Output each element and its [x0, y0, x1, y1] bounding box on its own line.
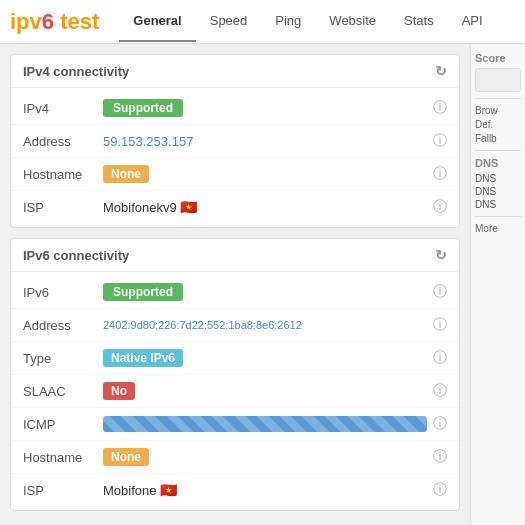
- ipv6-row-hostname: Hostname None ⓘ: [11, 441, 459, 474]
- main-layout: IPv4 connectivity ↻ IPv4 Supported ⓘ Add…: [0, 44, 525, 525]
- right-browser-label: Brow: [475, 105, 521, 116]
- ipv4-label-ipv4: IPv4: [23, 101, 103, 116]
- tab-api[interactable]: API: [448, 1, 497, 42]
- ipv4-refresh-icon[interactable]: ↻: [435, 63, 447, 79]
- ipv4-address-link[interactable]: 59.153.253.157: [103, 134, 193, 149]
- tab-general[interactable]: General: [119, 1, 195, 42]
- ipv6-value-isp: Mobifone 🇻🇳: [103, 482, 427, 498]
- ipv4-panel: IPv4 connectivity ↻ IPv4 Supported ⓘ Add…: [10, 54, 460, 228]
- right-dns-label: DNS: [475, 157, 521, 169]
- right-panel: Score Brow Def. Fallb DNS DNS DNS DNS Mo…: [470, 44, 525, 525]
- ipv4-info-icon-3[interactable]: ⓘ: [433, 198, 447, 216]
- ipv6-row-type: Type Native IPv6 ⓘ: [11, 342, 459, 375]
- right-dns-item-2: DNS: [475, 199, 521, 210]
- right-divider-3: [475, 216, 521, 217]
- ipv6-label-type: Type: [23, 351, 103, 366]
- ipv4-panel-title: IPv4 connectivity: [23, 64, 129, 79]
- ipv4-row-address: Address 59.153.253.157 ⓘ: [11, 125, 459, 158]
- ipv6-label-icmp: ICMP: [23, 417, 103, 432]
- right-fallback-label: Fallb: [475, 133, 521, 144]
- ipv6-info-icon-0[interactable]: ⓘ: [433, 283, 447, 301]
- ipv6-panel-header: IPv6 connectivity ↻: [11, 239, 459, 272]
- right-divider-1: [475, 98, 521, 99]
- ipv6-badge-native: Native IPv6: [103, 349, 183, 367]
- ipv4-value-address: 59.153.253.157: [103, 134, 427, 149]
- ipv6-value-hostname: None: [103, 448, 427, 466]
- ipv4-label-address: Address: [23, 134, 103, 149]
- ipv4-row-ipv4: IPv4 Supported ⓘ: [11, 92, 459, 125]
- right-more-label: More: [475, 223, 521, 234]
- tab-speed[interactable]: Speed: [196, 1, 262, 42]
- ipv6-panel-body: IPv6 Supported ⓘ Address 2402:9d80:226:7…: [11, 272, 459, 510]
- ipv4-info-icon-1[interactable]: ⓘ: [433, 132, 447, 150]
- ipv4-value-isp: Mobifonekv9 🇻🇳: [103, 199, 427, 215]
- logo-ipv: ipv: [10, 9, 42, 34]
- ipv6-info-icon-2[interactable]: ⓘ: [433, 349, 447, 367]
- ipv4-isp-text: Mobifonekv9: [103, 200, 177, 215]
- ipv6-isp-text: Mobifone: [103, 483, 156, 498]
- ipv4-info-icon-0[interactable]: ⓘ: [433, 99, 447, 117]
- ipv6-value-type: Native IPv6: [103, 349, 427, 367]
- ipv6-row-isp: ISP Mobifone 🇻🇳 ⓘ: [11, 474, 459, 506]
- ipv4-row-isp: ISP Mobifonekv9 🇻🇳 ⓘ: [11, 191, 459, 223]
- ipv6-badge-supported: Supported: [103, 283, 183, 301]
- ipv4-value-ipv4: Supported: [103, 99, 427, 117]
- ipv6-label-ipv6: IPv6: [23, 285, 103, 300]
- ipv6-label-address: Address: [23, 318, 103, 333]
- ipv6-row-ipv6: IPv6 Supported ⓘ: [11, 276, 459, 309]
- header: ipv6 test General Speed Ping Website Sta…: [0, 0, 525, 44]
- ipv6-row-slaac: SLAAC No ⓘ: [11, 375, 459, 408]
- tab-ping[interactable]: Ping: [261, 1, 315, 42]
- ipv4-isp-flag: 🇻🇳: [180, 199, 197, 215]
- right-dns-item-1: DNS: [475, 186, 521, 197]
- ipv6-info-icon-5[interactable]: ⓘ: [433, 448, 447, 466]
- logo: ipv6 test: [10, 9, 99, 35]
- icmp-progress-bar: [103, 416, 427, 432]
- ipv4-label-isp: ISP: [23, 200, 103, 215]
- tab-stats[interactable]: Stats: [390, 1, 448, 42]
- ipv4-info-icon-2[interactable]: ⓘ: [433, 165, 447, 183]
- ipv6-label-hostname: Hostname: [23, 450, 103, 465]
- ipv6-info-icon-4[interactable]: ⓘ: [433, 415, 447, 433]
- ipv6-label-isp: ISP: [23, 483, 103, 498]
- ipv6-info-icon-3[interactable]: ⓘ: [433, 382, 447, 400]
- ipv6-value-slaac: No: [103, 382, 427, 400]
- logo-test: test: [54, 9, 99, 34]
- ipv6-panel-title: IPv6 connectivity: [23, 248, 129, 263]
- ipv6-value-ipv6: Supported: [103, 283, 427, 301]
- ipv6-address-link[interactable]: 2402:9d80:226:7d22:552:1ba8:8e6:2612: [103, 319, 302, 331]
- ipv4-label-hostname: Hostname: [23, 167, 103, 182]
- logo-6: 6: [42, 9, 54, 34]
- ipv6-badge-no: No: [103, 382, 135, 400]
- ipv4-value-hostname: None: [103, 165, 427, 183]
- right-divider-2: [475, 150, 521, 151]
- ipv6-isp-flag: 🇻🇳: [160, 482, 177, 498]
- ipv4-badge-none: None: [103, 165, 149, 183]
- tab-website[interactable]: Website: [315, 1, 390, 42]
- ipv6-row-icmp: ICMP ⓘ: [11, 408, 459, 441]
- nav-tabs: General Speed Ping Website Stats API: [119, 1, 496, 42]
- ipv6-badge-none: None: [103, 448, 149, 466]
- ipv4-row-hostname: Hostname None ⓘ: [11, 158, 459, 191]
- ipv6-info-icon-6[interactable]: ⓘ: [433, 481, 447, 499]
- ipv6-refresh-icon[interactable]: ↻: [435, 247, 447, 263]
- ipv4-panel-header: IPv4 connectivity ↻: [11, 55, 459, 88]
- ipv6-panel: IPv6 connectivity ↻ IPv6 Supported ⓘ Add…: [10, 238, 460, 511]
- ipv6-row-address: Address 2402:9d80:226:7d22:552:1ba8:8e6:…: [11, 309, 459, 342]
- right-dns-item-0: DNS: [475, 173, 521, 184]
- ipv6-label-slaac: SLAAC: [23, 384, 103, 399]
- ipv4-badge-supported: Supported: [103, 99, 183, 117]
- score-box: [475, 68, 521, 92]
- ipv6-value-address: 2402:9d80:226:7d22:552:1ba8:8e6:2612: [103, 319, 427, 331]
- ipv6-info-icon-1[interactable]: ⓘ: [433, 316, 447, 334]
- ipv4-panel-body: IPv4 Supported ⓘ Address 59.153.253.157 …: [11, 88, 459, 227]
- left-panel: IPv4 connectivity ↻ IPv4 Supported ⓘ Add…: [0, 44, 470, 525]
- ipv6-value-icmp: [103, 416, 427, 432]
- right-default-label: Def.: [475, 119, 521, 130]
- right-score-label: Score: [475, 52, 521, 64]
